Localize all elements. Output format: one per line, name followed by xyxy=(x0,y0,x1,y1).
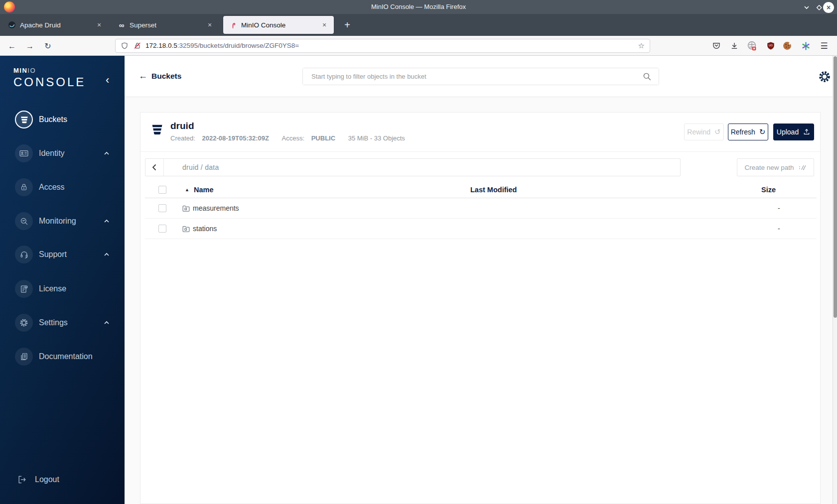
tab-superset[interactable]: ∞ Superset × xyxy=(112,14,219,36)
object-size: - xyxy=(778,198,780,219)
sidebar-item-buckets[interactable]: Buckets xyxy=(15,111,118,128)
bookmark-star-icon[interactable]: ☆ xyxy=(638,39,645,52)
select-all-checkbox[interactable] xyxy=(158,186,166,194)
cookie-icon[interactable] xyxy=(781,40,793,52)
bucket-card: druid Created: 2022-08-19T05:32:09Z Acce… xyxy=(140,112,821,504)
created-label: Created: xyxy=(170,134,195,142)
new-tab-button[interactable]: + xyxy=(341,19,354,32)
sidebar-collapse-chevron-icon[interactable]: ‹ xyxy=(106,76,109,85)
chevron-up-icon[interactable] xyxy=(103,319,111,327)
path-back-button[interactable] xyxy=(145,159,164,176)
reload-button[interactable]: ↻ xyxy=(41,40,54,53)
sidebar-item-access[interactable]: Access xyxy=(15,178,118,196)
folder-icon xyxy=(182,225,190,235)
diamond-icon xyxy=(816,4,823,11)
sidebar: MINIO CONSOLE ‹ Buckets Identity Access xyxy=(0,56,125,504)
extension-disabled-icon[interactable] xyxy=(746,40,758,52)
search-input[interactable] xyxy=(303,68,659,85)
sidebar-item-label: License xyxy=(39,284,66,293)
forward-button[interactable]: → xyxy=(23,40,36,53)
object-filter-searchbox xyxy=(302,68,659,85)
sidebar-item-label: Logout xyxy=(35,475,59,484)
back-button[interactable]: ← xyxy=(5,40,18,53)
bucket-summary: 35 MiB - 33 Objects xyxy=(348,134,405,142)
access-label: Access: xyxy=(282,134,305,142)
row-checkbox[interactable] xyxy=(158,204,166,212)
column-header-name[interactable]: Name xyxy=(194,182,214,198)
table-row[interactable]: stations - xyxy=(145,219,817,239)
object-name[interactable]: stations xyxy=(193,219,217,239)
object-size: - xyxy=(778,219,780,239)
scrollbar-thumb[interactable] xyxy=(834,56,837,318)
monitoring-magnifier-icon xyxy=(15,212,33,230)
sidebar-item-monitoring[interactable]: Monitoring xyxy=(15,212,118,230)
multicolor-asterisk-extension-icon[interactable] xyxy=(800,40,812,52)
chevron-left-icon xyxy=(151,163,158,171)
pocket-icon[interactable] xyxy=(710,40,722,52)
upload-button[interactable]: Upload xyxy=(773,124,814,140)
tab-close-icon[interactable]: × xyxy=(205,21,214,29)
folder-icon xyxy=(182,204,190,215)
refresh-button[interactable]: Refresh ↻ xyxy=(728,124,768,140)
sidebar-item-identity[interactable]: Identity xyxy=(15,144,118,162)
bucket-meta: Created: 2022-08-19T05:32:09Z Access: PU… xyxy=(170,134,405,142)
brand-console: CONSOLE xyxy=(13,75,86,89)
row-checkbox[interactable] xyxy=(158,225,166,233)
shield-icon xyxy=(121,42,129,52)
browser-toolbar: ← → ↻ 172.18.0.5:32595/buckets/druid/bro… xyxy=(0,36,837,56)
chevron-up-icon[interactable] xyxy=(103,149,111,157)
settings-gear-icon[interactable] xyxy=(818,70,832,84)
new-path-icon xyxy=(798,163,807,172)
documentation-icon xyxy=(15,348,33,366)
tab-label: Superset xyxy=(130,21,156,29)
table-header-row: ▲ Name Last Modified Size xyxy=(145,182,817,198)
objects-table: ▲ Name Last Modified Size measurements - xyxy=(145,182,817,239)
sidebar-item-documentation[interactable]: Documentation xyxy=(15,348,118,366)
url-bar[interactable]: 172.18.0.5:32595/buckets/druid/browse/ZG… xyxy=(115,39,650,53)
sidebar-item-label: Documentation xyxy=(39,352,93,361)
object-name[interactable]: measurements xyxy=(193,198,239,219)
insecure-lock-icon xyxy=(134,42,141,52)
sidebar-item-license[interactable]: License xyxy=(15,280,118,298)
chevron-up-icon[interactable] xyxy=(103,251,111,258)
card-divider xyxy=(140,151,820,152)
id-card-icon xyxy=(15,144,33,162)
close-icon: × xyxy=(827,3,831,11)
tab-close-icon[interactable]: × xyxy=(320,21,329,29)
vertical-scrollbar xyxy=(833,56,837,504)
brand-io: IO xyxy=(27,67,36,74)
back-to-buckets-link[interactable]: ← Buckets xyxy=(139,71,181,81)
column-header-size: Size xyxy=(761,182,776,198)
table-row[interactable]: measurements - xyxy=(145,198,817,219)
breadcrumb: druid / data xyxy=(182,159,219,176)
browser-tab-bar: Apache Druid × ∞ Superset × MinIO Consol… xyxy=(0,14,837,36)
minio-flamingo-logo-icon xyxy=(229,21,237,29)
back-link-label: Buckets xyxy=(151,72,181,81)
rewind-icon: ↺ xyxy=(714,127,721,136)
sidebar-item-label: Support xyxy=(39,250,67,259)
sidebar-item-settings[interactable]: Settings xyxy=(15,314,118,332)
url-host: 172.18.0.5 xyxy=(145,42,177,49)
rewind-button[interactable]: Rewind ↺ xyxy=(684,124,724,140)
back-arrow-icon: ← xyxy=(139,71,147,81)
downloads-icon[interactable] xyxy=(728,40,740,52)
sidebar-item-label: Monitoring xyxy=(39,217,76,226)
tab-close-icon[interactable]: × xyxy=(95,21,104,29)
sidebar-item-logout[interactable]: Logout xyxy=(17,471,117,489)
search-icon xyxy=(642,72,652,84)
chevron-up-icon[interactable] xyxy=(103,217,111,225)
sidebar-item-support[interactable]: Support xyxy=(15,246,118,263)
refresh-label: Refresh xyxy=(731,128,755,136)
create-new-path-button[interactable]: Create new path xyxy=(737,158,814,176)
superset-logo-icon: ∞ xyxy=(118,21,126,29)
svg-text:UO: UO xyxy=(769,44,773,47)
window-minimize-button[interactable] xyxy=(801,2,812,13)
ublock-origin-icon[interactable]: UO xyxy=(765,40,777,52)
sidebar-item-label: Buckets xyxy=(39,115,67,124)
hamburger-menu-icon[interactable]: ☰ xyxy=(818,40,830,52)
tab-minio-console[interactable]: MinIO Console × xyxy=(223,16,334,34)
window-close-button[interactable]: × xyxy=(823,2,834,13)
tab-apache-druid[interactable]: Apache Druid × xyxy=(2,14,109,36)
bucket-browser-content: druid Created: 2022-08-19T05:32:09Z Acce… xyxy=(125,97,833,504)
create-path-label: Create new path xyxy=(744,164,794,171)
